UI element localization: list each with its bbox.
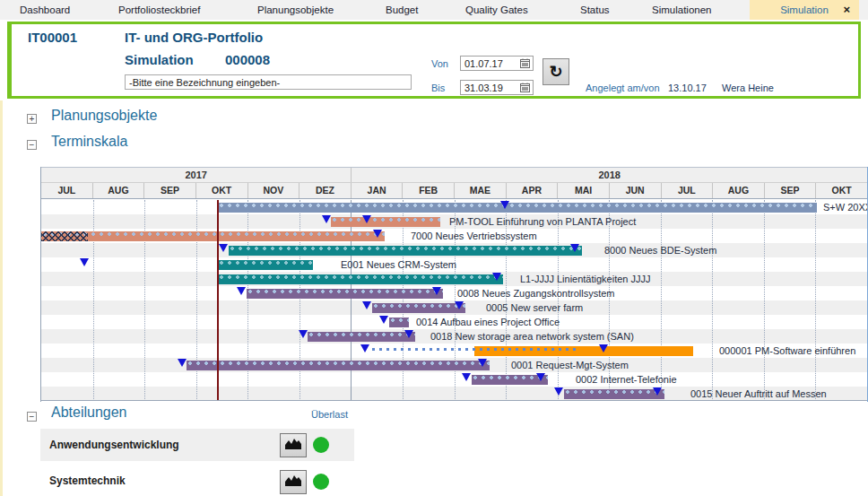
gantt-row: 0014 Aufbau eines Project Office [41, 315, 867, 329]
year-header-row: 20172018 [41, 167, 867, 183]
milestone-triangle-icon [500, 201, 509, 209]
simulation-label: Simulation [125, 52, 194, 67]
nav-tab-planungsobjekte[interactable]: Planungsobjekte [257, 0, 334, 20]
gantt-row: 0008 Neues Zugangskontrollsystem [41, 286, 867, 300]
milestone-triangle-icon [219, 244, 228, 252]
milestone-triangle-icon [237, 287, 246, 295]
milestone-triangle-icon [80, 258, 89, 266]
von-value: 01.07.17 [464, 58, 503, 69]
calendar-icon[interactable] [520, 58, 530, 72]
gantt-bar[interactable] [389, 318, 409, 327]
histogram-icon [284, 437, 302, 454]
section-title-planungsobjekte[interactable]: Planungsobjekte [51, 108, 157, 124]
close-icon[interactable]: × [843, 0, 850, 20]
month-header-cell: OKT [195, 183, 247, 198]
gantt-bar[interactable] [372, 303, 465, 313]
gantt-row: 000001 PM-Software einführen [41, 344, 867, 358]
milestone-triangle-icon [178, 359, 187, 367]
gantt-row: 0015 Neuer Auftritt auf Messen [41, 387, 867, 401]
month-header-cell: FEB [402, 183, 454, 198]
created-date: 13.10.17 [668, 83, 707, 93]
gantt-bar-label: PM-TOOL Einführung von PLANTA Project [449, 214, 636, 229]
gantt-bar[interactable] [564, 389, 664, 399]
expand-icon-planungsobjekte[interactable]: + [27, 114, 37, 124]
gantt-row: 7000 Neues Vertriebssystem [41, 229, 867, 243]
von-date-field[interactable]: 01.07.17 [460, 56, 534, 71]
milestone-triangle-icon [455, 301, 464, 309]
nav-tab-label: Portfoliosteckbrief [118, 4, 200, 15]
portfolio-panel: IT00001 IT- und ORG-Portfolio Simulation… [7, 22, 861, 99]
month-header-cell: AUG [92, 183, 144, 198]
histogram-button[interactable] [280, 433, 307, 457]
gantt-row: S+W 20XX [41, 200, 867, 214]
year-header-cell: 2017 [41, 168, 351, 182]
gantt-bar[interactable] [41, 231, 385, 241]
gantt-bar[interactable] [331, 217, 440, 227]
nav-tab-label: Status [580, 4, 610, 15]
gantt-row: 0018 New storage area network system (SA… [41, 329, 867, 344]
histogram-button[interactable] [280, 470, 307, 494]
calendar-icon[interactable] [520, 83, 530, 96]
department-row: Systemtechnik [40, 466, 354, 496]
nav-tab-label: Simulation [780, 4, 829, 15]
month-header-cell: JUN [609, 183, 661, 198]
nav-tab-simulation[interactable]: Simulation× [750, 0, 859, 20]
timeline-chart: 20172018 JULAUGSEPOKTNOVDEZJANFEBMAEAPRM… [40, 167, 868, 402]
refresh-button[interactable]: ↻ [542, 58, 569, 85]
milestone-triangle-icon [492, 273, 501, 281]
portfolio-id: IT00001 [28, 30, 77, 45]
gantt-bar-label: 0018 New storage area network system (SA… [430, 329, 634, 344]
simulation-number: 000008 [225, 52, 270, 67]
milestone-triangle-icon [362, 215, 371, 223]
milestone-triangle-icon [379, 316, 388, 324]
gantt-row: L1-JJJJ Linientätigkeiten JJJJ [41, 272, 867, 286]
portfolio-title: IT- und ORG-Portfolio [125, 30, 263, 45]
nav-tab-status[interactable]: Status [580, 0, 610, 20]
bis-date-field[interactable]: 31.03.19 [460, 80, 534, 95]
nav-tab-portfoliosteckbrief[interactable]: Portfoliosteckbrief [118, 0, 200, 20]
milestone-triangle-icon [462, 373, 471, 381]
nav-tab-label: Quality Gates [465, 4, 528, 15]
nav-tab-dashboard[interactable]: Dashboard [20, 0, 70, 20]
section-title-abteilungen[interactable]: Abteilungen [51, 405, 127, 421]
von-label: Von [431, 58, 448, 69]
nav-tab-simulationen[interactable]: Simulationen [652, 0, 711, 20]
gantt-bar-label: 7000 Neues Vertriebssystem [411, 229, 537, 243]
nav-tab-label: Dashboard [20, 4, 70, 15]
milestone-triangle-icon [373, 230, 382, 238]
gantt-bar[interactable] [218, 274, 503, 284]
gantt-bar-label: 0014 Aufbau eines Project Office [416, 315, 560, 329]
gantt-bar[interactable] [247, 289, 443, 299]
elapsed-hatch-pattern [41, 231, 88, 241]
gantt-bar-label: S+W 20XX [823, 200, 867, 214]
nav-tab-label: Budget [386, 4, 418, 15]
gantt-row: 0005 New server farm [41, 300, 867, 315]
month-header-cell: JUL [41, 183, 92, 198]
month-header-cell: DEZ [299, 183, 351, 198]
nav-tab-label: Simulationen [652, 4, 711, 15]
gantt-bar-label: E001 Neues CRM-System [341, 257, 456, 272]
gantt-bar-label: 0008 Neues Zugangskontrollsystem [457, 286, 614, 300]
section-title-terminskala[interactable]: Terminskala [51, 134, 127, 150]
gantt-bar[interactable] [229, 246, 582, 256]
milestone-triangle-icon [432, 287, 441, 295]
nav-tab-budget[interactable]: Budget [386, 0, 418, 20]
histogram-icon [284, 474, 302, 491]
gantt-bar-label: 8000 Neues BDE-System [604, 243, 716, 257]
gantt-bar[interactable] [187, 361, 490, 370]
gantt-bar-label: 0001 Request-Mgt-System [511, 358, 629, 372]
created-by: Wera Heine [722, 83, 774, 93]
gantt-body: S+W 20XXPM-TOOL Einführung von PLANTA Pr… [41, 200, 867, 401]
gantt-bar[interactable] [308, 332, 415, 342]
refresh-icon: ↻ [549, 63, 562, 81]
simulation-name-input[interactable] [125, 74, 412, 90]
collapse-icon-terminskala[interactable]: − [27, 140, 37, 150]
top-nav: DashboardPortfoliosteckbriefPlanungsobje… [0, 0, 868, 20]
collapse-icon-abteilungen[interactable]: − [27, 412, 37, 422]
gantt-row: 0001 Request-Mgt-System [41, 358, 867, 372]
nav-tab-quality-gates[interactable]: Quality Gates [465, 0, 528, 20]
department-label: Systemtechnik [49, 466, 126, 496]
gantt-bar[interactable] [218, 260, 313, 270]
gantt-bar[interactable] [218, 203, 817, 213]
milestone-triangle-icon [404, 330, 413, 338]
